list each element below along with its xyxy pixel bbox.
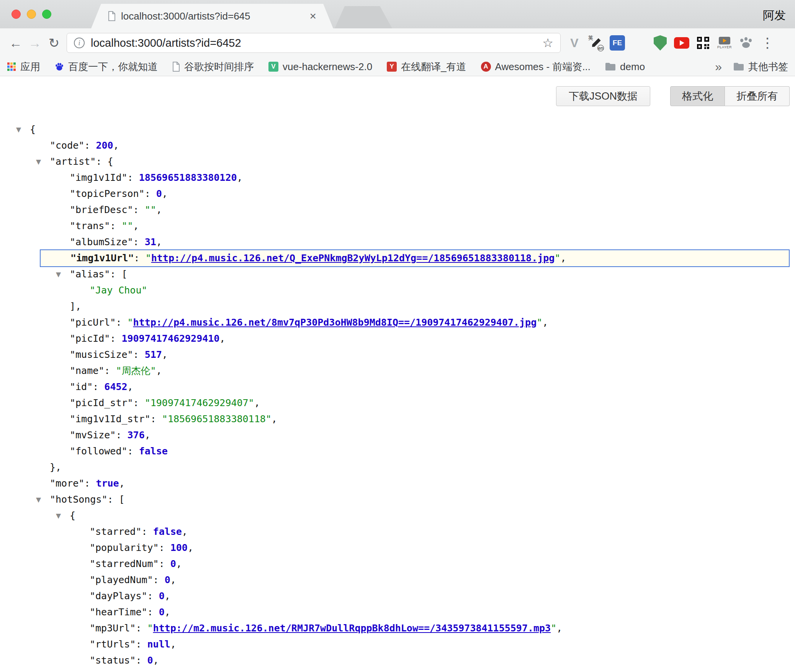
json-line: "id": 6452, [0, 379, 795, 395]
json-punct: : [116, 317, 127, 328]
vimium-extension-icon[interactable]: V [565, 34, 584, 52]
json-key: "picId" [70, 333, 110, 344]
json-key: "dayPlays" [90, 590, 147, 602]
json-line: }, [0, 459, 795, 475]
url-text[interactable]: localhost:3000/artists?id=6452 [91, 37, 536, 49]
download-json-button[interactable]: 下载JSON数据 [556, 86, 650, 106]
bookmark-google-sort[interactable]: 谷歌按时间排序 [172, 60, 254, 74]
json-url-link[interactable]: http://p4.music.126.net/8mv7qP30Pd3oHW8b… [133, 317, 537, 328]
window-zoom-button[interactable] [42, 10, 51, 19]
fe-extension-icon[interactable]: FE [608, 34, 627, 52]
json-line: "code": 200, [0, 138, 795, 154]
other-bookmarks-label: 其他书签 [748, 60, 788, 74]
json-punct: , [133, 220, 139, 231]
youdao-icon: Y [387, 62, 397, 72]
tab-close-icon[interactable]: × [309, 10, 316, 22]
json-number: 6452 [104, 381, 127, 392]
json-punct: , [113, 140, 119, 151]
window-close-button[interactable] [11, 10, 21, 19]
collapse-toggle-icon[interactable]: ▼ [56, 508, 61, 524]
bookmark-vue-hackernews[interactable]: V vue-hackernews-2.0 [268, 61, 372, 73]
json-line: "playedNum": 0, [0, 572, 795, 588]
json-string: "周杰伦" [116, 365, 156, 376]
bookmark-youdao-translate[interactable]: Y 在线翻译_有道 [387, 60, 466, 74]
site-info-icon[interactable]: i [74, 38, 85, 48]
json-punct: : [147, 606, 159, 618]
json-punct: , [162, 188, 168, 199]
profile-name[interactable]: 阿发 [763, 8, 786, 23]
json-punct: : [110, 333, 121, 344]
json-punct: , [156, 204, 162, 215]
json-line: ▼{ [0, 508, 795, 524]
json-line: "rtUrls": null, [0, 636, 795, 652]
bookmark-apps[interactable]: 应用 [7, 60, 40, 74]
collapse-toggle-icon[interactable]: ▼ [56, 266, 61, 282]
player-extension-icon[interactable]: PLAYER [715, 34, 734, 52]
collapse-toggle-icon[interactable]: ▼ [16, 121, 21, 138]
bookmark-label: Awesomes - 前端资... [495, 60, 591, 74]
youtube-extension-icon[interactable] [672, 34, 691, 52]
json-key: "trans" [70, 220, 110, 231]
collapse-toggle-icon[interactable]: ▼ [36, 154, 41, 170]
json-key: "playedNum" [90, 574, 153, 585]
other-bookmarks-folder[interactable]: 其他书签 [733, 60, 788, 74]
paw-icon [739, 36, 753, 50]
json-key: "artist" [50, 156, 96, 167]
json-key: "status" [90, 655, 136, 666]
json-punct: : [84, 478, 96, 489]
json-line: "dayPlays": 0, [0, 588, 795, 604]
bookmark-demo-folder[interactable]: demo [605, 61, 645, 73]
qr-code-extension-icon[interactable] [694, 34, 712, 52]
json-punct: , [560, 252, 566, 264]
tab-title: localhost:3000/artists?id=645 [121, 10, 304, 22]
bookmark-baidu[interactable]: 百度一下，你就知道 [55, 60, 158, 74]
bookmarks-right: » 其他书签 [715, 60, 788, 74]
json-punct: : [110, 220, 121, 231]
paw-extension-icon[interactable] [737, 34, 755, 52]
json-line: "albumSize": 31, [0, 234, 795, 250]
back-button[interactable]: ← [6, 36, 25, 51]
json-key: "more" [50, 478, 84, 489]
browser-menu-button[interactable]: ⋮ [758, 34, 777, 52]
json-punct: : [134, 252, 146, 264]
window-minimize-button[interactable] [27, 10, 36, 19]
collapse-toggle-icon[interactable]: ▼ [36, 492, 41, 508]
json-key: "picId_str" [70, 397, 133, 408]
forward-button[interactable]: → [25, 36, 44, 51]
json-punct: { [30, 124, 36, 135]
bookmark-awesomes[interactable]: A Awesomes - 前端资... [481, 60, 591, 74]
page-icon [172, 62, 180, 72]
json-url-link[interactable]: http://m2.music.126.net/RMJR7wDullRqppBk… [153, 623, 551, 634]
youtube-icon [674, 37, 689, 49]
json-punct: : [153, 574, 165, 585]
json-punct: : [136, 623, 147, 634]
json-punct: , [156, 236, 162, 247]
json-line: ▼"hotSongs": [ [0, 492, 795, 508]
bookmarks-overflow-chevron[interactable]: » [715, 60, 722, 74]
collapse-all-button[interactable]: 折叠所有 [725, 86, 790, 106]
bookmark-label: 应用 [20, 60, 40, 74]
json-punct: : [159, 542, 170, 553]
format-button[interactable]: 格式化 [670, 86, 725, 106]
pen-icon: 英 en [589, 36, 603, 50]
browser-tab[interactable]: localhost:3000/artists?id=645 × [91, 4, 333, 28]
window-controls [11, 10, 51, 19]
json-line: "img1v1Id": 18569651883380120, [0, 170, 795, 186]
json-line: "Jay Chou" [0, 282, 795, 298]
new-tab-button[interactable] [335, 6, 392, 28]
json-quote: " [146, 252, 151, 264]
json-punct: }, [50, 462, 61, 473]
json-url-link[interactable]: http://p4.music.126.net/Q_ExePNkmgB2yWyL… [151, 252, 555, 264]
json-line: "starred": false, [0, 524, 795, 540]
json-line: "popularity": 100, [0, 540, 795, 556]
address-bar[interactable]: i localhost:3000/artists?id=6452 ☆ [67, 33, 561, 53]
awesomes-icon: A [481, 62, 491, 72]
shield-extension-icon[interactable] [651, 34, 669, 52]
bookmark-star-icon[interactable]: ☆ [542, 36, 553, 50]
user-extension-icon[interactable] [630, 34, 648, 52]
youdao-translate-extension-icon[interactable]: 英 en [587, 34, 605, 52]
json-punct: : [116, 429, 127, 441]
reload-button[interactable]: ↻ [44, 35, 64, 51]
json-punct: , [219, 333, 225, 344]
json-line: ▼"alias": [ [0, 266, 795, 282]
